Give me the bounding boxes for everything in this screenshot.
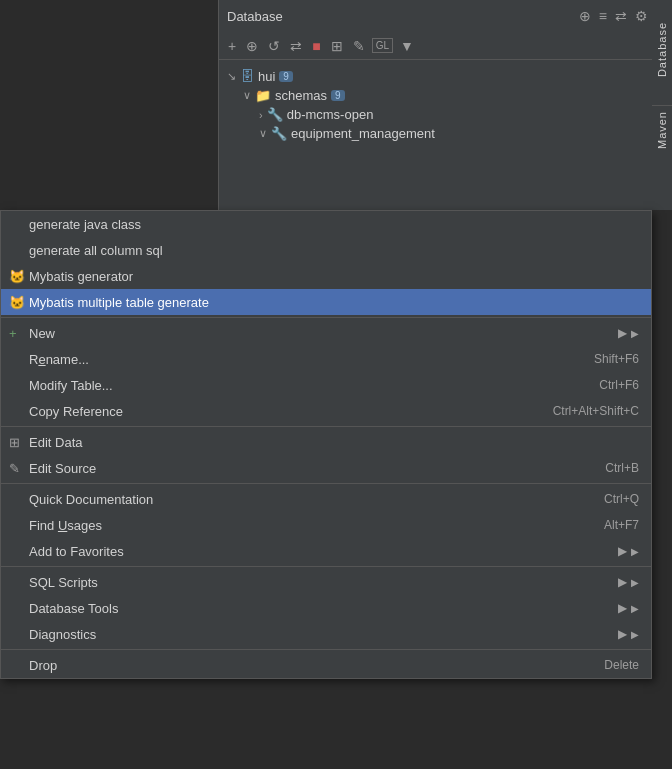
menu-label-copy-reference: Copy Reference <box>29 404 533 419</box>
menu-label-find-usages: Find Usages <box>29 518 584 533</box>
menu-label-database-tools: Database Tools <box>29 601 610 616</box>
db-icon: 🗄 <box>240 68 254 84</box>
split-icon[interactable]: ⇄ <box>615 8 627 24</box>
hui-badge: 9 <box>279 71 293 82</box>
tree-label-equipment: equipment_management <box>291 126 435 141</box>
tree-item-hui[interactable]: ↘ 🗄 hui 9 <box>227 66 664 86</box>
db-toolbar: + ⊕ ↺ ⇄ ■ ⊞ ✎ GL ▼ <box>219 32 672 60</box>
mybatis-icon-2: 🐱 <box>9 295 25 310</box>
database-panel: Database ⊕ ≡ ⇄ ⚙ − + ⊕ ↺ ⇄ ■ ⊞ ✎ GL ▼ ↘ … <box>218 0 672 210</box>
expand-arrow-2: ∨ <box>259 127 267 140</box>
menu-item-generate-all-column-sql[interactable]: generate all column sql <box>1 237 651 263</box>
folder-icon: 📁 <box>255 88 271 103</box>
shortcut-find-usages: Alt+F7 <box>604 518 639 532</box>
menu-label-sql-scripts: SQL Scripts <box>29 575 610 590</box>
menu-item-copy-reference[interactable]: Copy Reference Ctrl+Alt+Shift+C <box>1 398 651 424</box>
menu-item-modify-table[interactable]: Modify Table... Ctrl+F6 <box>1 372 651 398</box>
globe-icon[interactable]: ⊕ <box>579 8 591 24</box>
edit-btn[interactable]: ✎ <box>350 36 368 56</box>
menu-item-add-favorites[interactable]: Add to Favorites ▶ <box>1 538 651 564</box>
menu-label-diagnostics: Diagnostics <box>29 627 610 642</box>
menu-item-new[interactable]: + New ▶ <box>1 320 651 346</box>
maven-side-tab[interactable]: Maven <box>652 105 672 155</box>
menu-item-generate-java-class[interactable]: generate java class <box>1 211 651 237</box>
separator-1 <box>1 317 651 318</box>
shortcut-rename: Shift+F6 <box>594 352 639 366</box>
separator-3 <box>1 483 651 484</box>
refresh-btn[interactable]: ↺ <box>265 36 283 56</box>
schema-icon-2: 🔧 <box>271 126 287 141</box>
dark-background <box>0 0 218 210</box>
menu-item-mybatis-multiple[interactable]: 🐱 Mybatis multiple table generate <box>1 289 651 315</box>
menu-item-drop[interactable]: Drop Delete <box>1 652 651 678</box>
copy-btn[interactable]: ⊕ <box>243 36 261 56</box>
plus-icon: + <box>9 326 17 341</box>
settings-icon[interactable]: ⚙ <box>635 8 648 24</box>
sync-btn[interactable]: ⇄ <box>287 36 305 56</box>
submenu-arrow-sql: ▶ <box>618 575 627 589</box>
tree-label-schemas: schemas <box>275 88 327 103</box>
stop-btn[interactable]: ■ <box>309 36 323 56</box>
menu-label-rename: Rename... <box>29 352 574 367</box>
menu-label-quick-doc: Quick Documentation <box>29 492 584 507</box>
schemas-badge: 9 <box>331 90 345 101</box>
submenu-arrow-db-tools: ▶ <box>618 601 627 615</box>
menu-item-edit-source[interactable]: ✎ Edit Source Ctrl+B <box>1 455 651 481</box>
submenu-arrow-favorites: ▶ <box>618 544 627 558</box>
tree-label-hui: hui <box>258 69 275 84</box>
menu-label-generate-all-column-sql: generate all column sql <box>29 243 639 258</box>
menu-item-mybatis-generator[interactable]: 🐱 Mybatis generator <box>1 263 651 289</box>
shortcut-copy-reference: Ctrl+Alt+Shift+C <box>553 404 639 418</box>
shortcut-edit-source: Ctrl+B <box>605 461 639 475</box>
tree-label-db-mcms: db-mcms-open <box>287 107 374 122</box>
separator-2 <box>1 426 651 427</box>
menu-item-diagnostics[interactable]: Diagnostics ▶ <box>1 621 651 647</box>
menu-label-generate-java-class: generate java class <box>29 217 639 232</box>
menu-label-drop: Drop <box>29 658 584 673</box>
menu-label-new: New <box>29 326 610 341</box>
menu-icon[interactable]: ≡ <box>599 8 607 24</box>
schema-icon: 🔧 <box>267 107 283 122</box>
shortcut-modify-table: Ctrl+F6 <box>599 378 639 392</box>
gl-btn[interactable]: GL <box>372 38 393 53</box>
db-tree: ↘ 🗄 hui 9 ∨ 📁 schemas 9 › 🔧 db-mcms-open… <box>219 60 672 149</box>
menu-item-quick-doc[interactable]: Quick Documentation Ctrl+Q <box>1 486 651 512</box>
tree-item-equipment[interactable]: ∨ 🔧 equipment_management <box>259 124 664 143</box>
menu-label-mybatis-generator: Mybatis generator <box>29 269 639 284</box>
panel-header: Database ⊕ ≡ ⇄ ⚙ − <box>219 0 672 32</box>
menu-label-add-favorites: Add to Favorites <box>29 544 610 559</box>
menu-label-edit-source: Edit Source <box>29 461 585 476</box>
tree-item-db-mcms[interactable]: › 🔧 db-mcms-open <box>259 105 664 124</box>
context-menu: generate java class generate all column … <box>0 210 652 679</box>
separator-5 <box>1 649 651 650</box>
menu-label-edit-data: Edit Data <box>29 435 639 450</box>
pencil-icon: ✎ <box>9 461 20 476</box>
filter-btn[interactable]: ▼ <box>397 36 417 56</box>
arrow-icon: ↘ <box>227 70 236 83</box>
database-side-label: Database <box>656 22 668 77</box>
submenu-arrow-new: ▶ <box>618 326 627 340</box>
shortcut-drop: Delete <box>604 658 639 672</box>
menu-item-find-usages[interactable]: Find Usages Alt+F7 <box>1 512 651 538</box>
panel-title: Database <box>227 9 283 24</box>
add-btn[interactable]: + <box>225 36 239 56</box>
menu-item-edit-data[interactable]: ⊞ Edit Data <box>1 429 651 455</box>
menu-item-rename[interactable]: Rename... Shift+F6 <box>1 346 651 372</box>
expand-arrow: ∨ <box>243 89 251 102</box>
shortcut-quick-doc: Ctrl+Q <box>604 492 639 506</box>
tree-item-schemas[interactable]: ∨ 📁 schemas 9 <box>243 86 664 105</box>
menu-item-database-tools[interactable]: Database Tools ▶ <box>1 595 651 621</box>
menu-item-sql-scripts[interactable]: SQL Scripts ▶ <box>1 569 651 595</box>
table-icon: ⊞ <box>9 435 20 450</box>
separator-4 <box>1 566 651 567</box>
collapse-arrow: › <box>259 109 263 121</box>
database-side-tab[interactable]: Database <box>652 0 672 100</box>
mybatis-icon-1: 🐱 <box>9 269 25 284</box>
menu-label-mybatis-multiple: Mybatis multiple table generate <box>29 295 639 310</box>
maven-side-label: Maven <box>656 111 668 149</box>
submenu-arrow-diagnostics: ▶ <box>618 627 627 641</box>
table-btn[interactable]: ⊞ <box>328 36 346 56</box>
menu-label-modify-table: Modify Table... <box>29 378 579 393</box>
